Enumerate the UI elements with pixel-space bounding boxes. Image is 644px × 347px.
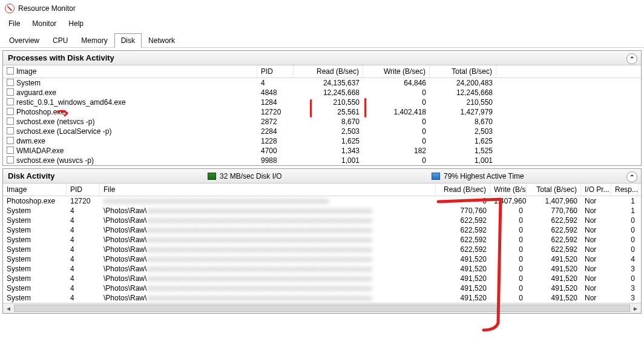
disk-image: System: [3, 264, 67, 274]
col-total[interactable]: Total (B/sec): [527, 183, 581, 196]
stat-disk-io: 32 MB/sec Disk I/O: [208, 172, 432, 180]
disk-total: 622,592: [527, 225, 581, 235]
disk-grid-rows[interactable]: Photoshop.exe12720xxxxxxxxxxxxxxxxxxxxxx…: [3, 196, 641, 303]
disk-row[interactable]: Photoshop.exe12720xxxxxxxxxxxxxxxxxxxxxx…: [3, 196, 641, 206]
menu-file[interactable]: File: [4, 18, 25, 29]
process-row[interactable]: restic_0.9.1_windows_amd64.exe1284210,55…: [3, 97, 641, 107]
collapse-icon[interactable]: ⌃: [626, 53, 637, 64]
horizontal-scrollbar[interactable]: ◄ ►: [3, 303, 641, 313]
process-row[interactable]: svchost.exe (wusvcs -p)99881,00101,001: [3, 156, 641, 165]
col-pid[interactable]: PID: [67, 183, 100, 196]
scroll-right-icon[interactable]: ►: [631, 304, 640, 312]
scroll-left-icon[interactable]: ◄: [4, 304, 13, 312]
row-checkbox[interactable]: [7, 117, 14, 125]
process-row[interactable]: avguard.exe484812,245,668012,245,668: [3, 88, 641, 97]
col-read[interactable]: Read (B/sec): [436, 183, 490, 196]
window-title: Resource Monitor: [18, 4, 76, 13]
process-row[interactable]: svchost.exe (netsvcs -p)28728,67008,670: [3, 117, 641, 127]
process-row[interactable]: System424,135,63764,84624,200,483: [3, 78, 641, 88]
process-total: 1,525: [430, 146, 496, 156]
disk-image: System: [3, 206, 67, 216]
disk-pid: 4: [67, 235, 100, 245]
disk-image: System: [3, 283, 67, 293]
tab-disk[interactable]: Disk: [114, 33, 142, 48]
process-row[interactable]: dwm.exe12281,62501,625: [3, 136, 641, 146]
col-read[interactable]: Read (B/sec): [294, 65, 363, 78]
disk-row[interactable]: System4\Photos\Raw\xxxxxxxxxxxxxxxxxxxxx…: [3, 254, 641, 264]
processes-grid-rows[interactable]: System424,135,63764,84624,200,483avguard…: [3, 78, 641, 165]
col-write[interactable]: Write (B/sec): [363, 65, 430, 78]
process-row[interactable]: Photoshop.exe1272025,5611,402,4181,427,9…: [3, 107, 641, 117]
panel-disk-body: Image PID File Read (B/sec) Write (B/s T…: [3, 183, 641, 313]
file-path: \Photos\Raw\: [104, 226, 146, 234]
disk-read: 491,520: [436, 254, 490, 264]
process-read: 8,670: [294, 117, 363, 127]
collapse-icon[interactable]: ⌃: [626, 171, 637, 182]
disk-row[interactable]: System4\Photos\Raw\xxxxxxxxxxxxxxxxxxxxx…: [3, 245, 641, 254]
menu-help[interactable]: Help: [64, 18, 88, 29]
col-pid[interactable]: PID: [257, 65, 294, 78]
disk-row[interactable]: System4\Photos\Raw\xxxxxxxxxxxxxxxxxxxxx…: [3, 283, 641, 293]
col-total[interactable]: Total (B/sec): [430, 65, 496, 78]
process-total: 210,550: [430, 97, 496, 107]
col-image[interactable]: Image: [3, 65, 257, 78]
process-pid: 1284: [257, 97, 294, 107]
panel-processes-header[interactable]: Processes with Disk Activity ⌃: [3, 51, 641, 65]
col-response[interactable]: Resp...: [611, 183, 639, 196]
disk-image: Photoshop.exe: [3, 196, 67, 206]
panel-disk-header[interactable]: Disk Activity 32 MB/sec Disk I/O 79% Hig…: [3, 169, 641, 183]
menu-monitor[interactable]: Monitor: [27, 18, 61, 29]
row-checkbox[interactable]: [7, 127, 14, 134]
col-file[interactable]: File: [100, 183, 436, 196]
row-checkbox[interactable]: [7, 137, 14, 144]
tabbar: Overview CPU Memory Disk Network: [0, 33, 644, 48]
disk-row[interactable]: System4\Photos\Raw\xxxxxxxxxxxxxxxxxxxxx…: [3, 293, 641, 303]
disk-image: System: [3, 235, 67, 245]
disk-total: 491,520: [527, 274, 581, 283]
process-read: 2,503: [294, 127, 363, 136]
disk-read: 0: [436, 196, 490, 206]
col-io-priority[interactable]: I/O Pr...: [581, 183, 611, 196]
file-path: \Photos\Raw\: [104, 207, 146, 215]
tab-network[interactable]: Network: [142, 33, 182, 48]
scroll-thumb[interactable]: [14, 305, 630, 312]
tab-memory[interactable]: Memory: [74, 33, 114, 48]
checkbox-all[interactable]: [7, 67, 14, 74]
row-checkbox[interactable]: [7, 79, 14, 86]
disk-row[interactable]: System4\Photos\Raw\xxxxxxxxxxxxxxxxxxxxx…: [3, 235, 641, 245]
process-write: 1,402,418: [363, 107, 430, 117]
disk-file: xxxxxxxxxxxxxxxxxxxxxxxxxxxxxxxxxxxxxxxx…: [100, 196, 436, 206]
disk-write: 0: [490, 293, 527, 303]
tab-cpu[interactable]: CPU: [46, 33, 74, 48]
disk-row[interactable]: System4\Photos\Raw\xxxxxxxxxxxxxxxxxxxxx…: [3, 206, 641, 216]
process-row[interactable]: WMIADAP.exe47001,3431821,525: [3, 146, 641, 156]
process-name: Photoshop.exe: [16, 108, 65, 116]
disk-row[interactable]: System4\Photos\Raw\xxxxxxxxxxxxxxxxxxxxx…: [3, 264, 641, 274]
disk-io-priority: Nor: [581, 206, 611, 216]
process-name: svchost.exe (netsvcs -p): [16, 117, 94, 126]
disk-pid: 4: [67, 264, 100, 274]
disk-response: 1: [611, 196, 639, 206]
processes-grid-header: Image PID Read (B/sec) Write (B/sec) Tot…: [3, 65, 641, 78]
process-total: 8,670: [430, 117, 496, 127]
disk-grid-header: Image PID File Read (B/sec) Write (B/s T…: [3, 183, 641, 196]
disk-read: 622,592: [436, 216, 490, 225]
process-name: restic_0.9.1_windows_amd64.exe: [16, 98, 126, 107]
row-checkbox[interactable]: [7, 108, 14, 115]
col-write[interactable]: Write (B/s: [490, 183, 527, 196]
row-checkbox[interactable]: [7, 88, 14, 96]
disk-response: 0: [611, 225, 639, 235]
process-write: 0: [363, 156, 430, 165]
tab-overview[interactable]: Overview: [2, 33, 46, 48]
row-checkbox[interactable]: [7, 147, 14, 154]
disk-row[interactable]: System4\Photos\Raw\xxxxxxxxxxxxxxxxxxxxx…: [3, 225, 641, 235]
disk-row[interactable]: System4\Photos\Raw\xxxxxxxxxxxxxxxxxxxxx…: [3, 274, 641, 283]
col-image[interactable]: Image: [3, 183, 67, 196]
disk-io-icon: [208, 173, 216, 180]
disk-response: 3: [611, 264, 639, 274]
row-checkbox[interactable]: [7, 98, 14, 105]
process-row[interactable]: svchost.exe (LocalService -p)22842,50302…: [3, 127, 641, 136]
disk-row[interactable]: System4\Photos\Raw\xxxxxxxxxxxxxxxxxxxxx…: [3, 216, 641, 225]
row-checkbox[interactable]: [7, 156, 14, 164]
disk-read: 622,592: [436, 225, 490, 235]
